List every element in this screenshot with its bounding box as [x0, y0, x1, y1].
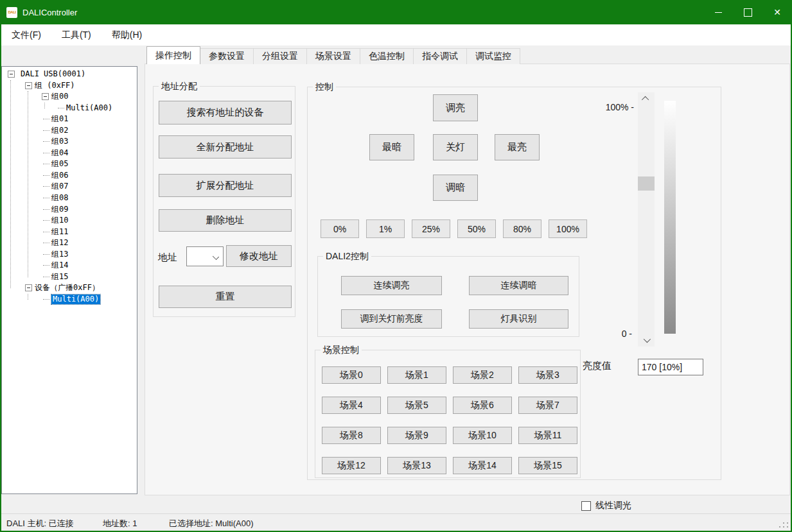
menu-item[interactable]: 工具(T)	[53, 25, 100, 46]
scene-button[interactable]: 场景15	[518, 457, 577, 474]
tree-item[interactable]: 组02	[2, 125, 137, 137]
percent-button-1%[interactable]: 1%	[366, 219, 405, 238]
tab-操作控制[interactable]: 操作控制	[146, 46, 200, 64]
brighten-button[interactable]: 调亮	[433, 94, 478, 121]
tree-item[interactable]: 组04	[2, 148, 137, 159]
tab-场景设置[interactable]: 场景设置	[306, 48, 360, 64]
reset-button[interactable]: 重置	[159, 286, 292, 308]
scene-button[interactable]: 场景3	[518, 366, 577, 384]
brightness-value-field[interactable]: 170 [10%]	[638, 359, 703, 375]
tree-item[interactable]: 组11	[2, 227, 137, 238]
tree-item[interactable]: 组01	[2, 114, 137, 125]
address-action-button[interactable]: 搜索有地址的设备	[159, 101, 292, 124]
tab-参数设置[interactable]: 参数设置	[200, 48, 254, 64]
tree-expander-icon[interactable]	[8, 71, 15, 78]
scene-button[interactable]: 场景9	[387, 427, 446, 444]
tree-item[interactable]: DALI USB(0001)	[2, 69, 137, 80]
scrollbar-thumb[interactable]	[638, 176, 655, 191]
brightest-button[interactable]: 最亮	[495, 134, 540, 160]
app-logo-text: DALI	[8, 10, 16, 14]
tree-item[interactable]: 组13	[2, 249, 137, 261]
tree-item-label: 组01	[51, 114, 68, 124]
linear-dimming-checkbox[interactable]	[581, 501, 591, 511]
tab-色温控制[interactable]: 色温控制	[360, 48, 414, 64]
tab-调试监控[interactable]: 调试监控	[466, 48, 520, 64]
tree-expander-icon[interactable]	[25, 284, 32, 291]
minimize-button[interactable]	[703, 0, 733, 24]
scene-button[interactable]: 场景14	[453, 457, 512, 474]
tree-item[interactable]: 组03	[2, 136, 137, 148]
scene-button[interactable]: 场景2	[453, 366, 512, 384]
tree-item[interactable]: 组12	[2, 237, 137, 249]
tree-item-label: 组10	[51, 216, 68, 225]
tree-item[interactable]: 组08	[2, 193, 137, 204]
menu-item[interactable]: 文件(F)	[3, 25, 50, 46]
tree-item-label: 组05	[51, 159, 68, 169]
scene-button[interactable]: 场景4	[322, 397, 381, 414]
close-button[interactable]: ✕	[762, 0, 792, 24]
light-off-button[interactable]: 关灯	[433, 134, 478, 160]
scroll-down-button[interactable]	[638, 334, 655, 347]
tree-item[interactable]: 组10	[2, 215, 137, 227]
darkest-button[interactable]: 最暗	[369, 134, 414, 160]
scroll-up-button[interactable]	[638, 92, 655, 105]
control-group-title: 控制	[313, 82, 336, 93]
percent-button-50%[interactable]: 50%	[457, 219, 496, 238]
scene-button[interactable]: 场景13	[387, 457, 446, 474]
scene-button[interactable]: 场景6	[453, 397, 512, 414]
tree-item[interactable]: 组05	[2, 159, 137, 170]
address-action-button[interactable]: 扩展分配地址	[159, 174, 292, 197]
tree-item[interactable]: 组07	[2, 181, 137, 193]
tab-分组设置[interactable]: 分组设置	[253, 48, 307, 64]
tree-item[interactable]: 组15	[2, 271, 137, 283]
tree-item-label: 组04	[51, 148, 68, 158]
tree-guide-line	[28, 294, 28, 300]
scene-button[interactable]: 场景11	[518, 427, 577, 444]
scene-button[interactable]: 场景10	[453, 427, 512, 444]
tree-connector	[43, 277, 49, 277]
tree-item[interactable]: 组14	[2, 260, 137, 271]
tree-item[interactable]: 组06	[2, 170, 137, 182]
chevron-down-icon	[213, 253, 219, 260]
tree-item[interactable]: 组09	[2, 204, 137, 216]
menu-item[interactable]: 帮助(H)	[103, 25, 151, 46]
scene-button[interactable]: 场景8	[322, 427, 381, 444]
status-item: 地址数: 1	[103, 518, 137, 529]
tree-expander-icon[interactable]	[25, 82, 32, 89]
scene-button[interactable]: 场景12	[322, 457, 381, 474]
maximize-button[interactable]	[733, 0, 762, 24]
scene-button[interactable]: 场景7	[518, 397, 577, 414]
menu-bar: 文件(F)工具(T)帮助(H)	[0, 24, 792, 46]
dali2-button[interactable]: 灯具识别	[469, 309, 568, 329]
address-action-button[interactable]: 删除地址	[159, 209, 292, 232]
tree-item[interactable]: Multi(A00)	[2, 103, 137, 114]
maximize-icon	[744, 8, 752, 17]
dali2-button[interactable]: 连续调亮	[341, 276, 442, 295]
device-tree: DALI USB(0001)组 (0xFF)组00Multi(A00)组01组0…	[1, 66, 137, 494]
tree-item[interactable]: Multi(A00)	[2, 294, 137, 305]
scene-button[interactable]: 场景1	[387, 366, 446, 384]
percent-button-80%[interactable]: 80%	[503, 219, 541, 238]
resize-grip-icon[interactable]	[787, 519, 788, 520]
tree-expander-icon[interactable]	[42, 93, 49, 100]
tab-指令调试[interactable]: 指令调试	[413, 48, 467, 64]
tree-connector	[43, 265, 49, 266]
percent-button-25%[interactable]: 25%	[412, 219, 450, 238]
tree-item[interactable]: 组 (0xFF)	[2, 80, 137, 92]
dim-button[interactable]: 调暗	[433, 175, 478, 201]
address-action-button[interactable]: 全新分配地址	[159, 135, 292, 159]
modify-address-button[interactable]: 修改地址	[226, 245, 292, 267]
percent-button-100%[interactable]: 100%	[549, 219, 587, 238]
tab-strip: 操作控制参数设置分组设置场景设置色温控制指令调试调试监控	[146, 46, 520, 64]
scene-button[interactable]: 场景5	[387, 397, 446, 414]
tree-item-label: 组03	[51, 137, 68, 146]
brightness-scrollbar[interactable]	[638, 92, 655, 347]
scene-button[interactable]: 场景0	[322, 366, 381, 384]
dali2-button[interactable]: 连续调暗	[469, 276, 568, 295]
address-select[interactable]	[186, 246, 224, 266]
tree-item[interactable]: 设备（广播0xFF）	[2, 282, 137, 294]
brightness-value-label: 亮度值	[583, 360, 612, 372]
tree-item[interactable]: 组00	[2, 91, 137, 103]
percent-button-0%[interactable]: 0%	[321, 219, 359, 238]
dali2-button[interactable]: 调到关灯前亮度	[341, 309, 442, 329]
